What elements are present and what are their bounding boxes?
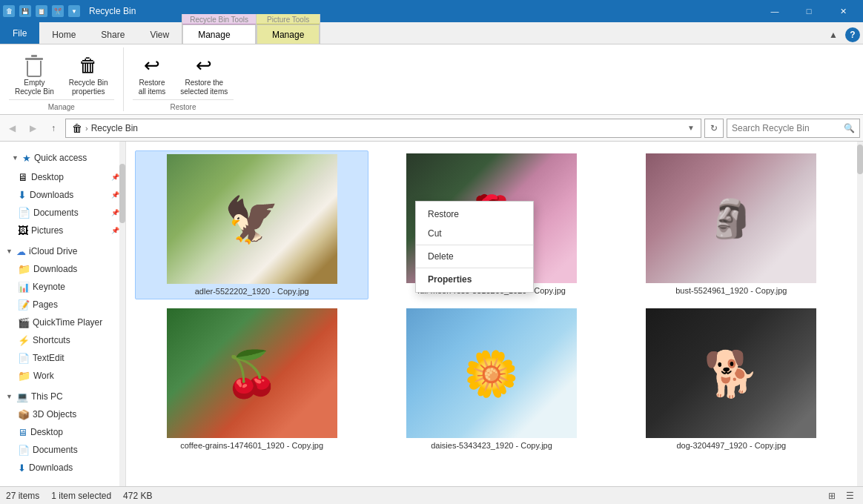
tab-home[interactable]: Home — [39, 24, 88, 44]
sidebar-scrollbar-track — [119, 142, 125, 486]
sidebar-item-downloads-quick[interactable]: ⬇ Downloads 📌 — [0, 186, 125, 204]
refresh-button[interactable]: ↻ — [704, 119, 724, 138]
downloads-folder-icon: ⬇ — [18, 189, 27, 201]
sidebar-item-icloud[interactable]: ▼ ☁ iCloud Drive — [0, 242, 125, 260]
sidebar-item-desktop-quick[interactable]: 🖥 Desktop 📌 — [0, 168, 125, 186]
search-icon: 🔍 — [844, 123, 855, 133]
sidebar-item-icloud-downloads[interactable]: 📁 Downloads — [0, 260, 125, 278]
manage-group-label: Manage — [9, 99, 114, 111]
sidebar-item-quicktime[interactable]: 🎬 QuickTime Player — [0, 314, 125, 331]
item-count: 27 items — [6, 491, 39, 501]
status-bar: 27 items 1 item selected 472 KB ⊞ ☰ — [0, 486, 863, 504]
content-scrollbar-track — [857, 142, 863, 486]
context-menu-cut[interactable]: Cut — [416, 224, 533, 243]
empty-bin-icon — [22, 53, 46, 77]
quick-access-dropdown[interactable]: ▼ — [68, 5, 80, 17]
bin-handle — [31, 55, 37, 57]
quick-access-icon1[interactable]: 💾 — [19, 5, 31, 17]
sidebar-item-pages[interactable]: 📝 Pages — [0, 296, 125, 314]
thumbnail-daisies[interactable]: daisies-5343423_1920 - Copy.jpg — [374, 305, 608, 453]
ribbon-expand-btn[interactable]: ▲ — [824, 26, 842, 44]
sidebar-item-this-pc[interactable]: ▼ 💻 This PC — [0, 388, 125, 405]
address-path: Recycle Bin — [91, 123, 138, 133]
ribbon-group-restore: ↩ Restore all items ↩ Restore the select… — [124, 47, 243, 111]
sidebar-item-shortcuts[interactable]: ⚡ Shortcuts — [0, 331, 125, 349]
sidebar-item-downloads-pc[interactable]: ⬇ Downloads — [0, 459, 125, 477]
ribbon-body: Empty Recycle Bin 🗑 Recycle Bin properti… — [0, 44, 863, 115]
work-label: Work — [33, 371, 54, 381]
shortcuts-label: Shortcuts — [33, 335, 70, 345]
dog-image — [646, 308, 816, 438]
titlebar: 🗑 💾 📋 ✂️ ▼ Recycle Bin — □ ✕ — [0, 0, 863, 22]
documents-pc-icon: 📄 — [18, 445, 30, 456]
icloud-label: iCloud Drive — [29, 246, 77, 256]
downloads-pin-icon: 📌 — [111, 191, 119, 199]
tab-file[interactable]: File — [0, 21, 39, 44]
properties-label: Properties — [428, 274, 472, 285]
thumbnail-busts[interactable]: bust-5524961_1920 - Copy.jpg — [615, 150, 848, 299]
sidebar-item-documents-pc[interactable]: 📄 Documents — [0, 441, 125, 459]
pictures-folder-icon: 🖼 — [18, 225, 28, 236]
context-menu-restore[interactable]: Restore — [416, 205, 533, 224]
folder-icon-small: 🗑 — [72, 122, 82, 134]
quick-access-icon2[interactable]: 📋 — [36, 5, 47, 17]
large-icons-view-button[interactable]: ⊞ — [824, 488, 839, 503]
empty-recycle-bin-button[interactable]: Empty Recycle Bin — [9, 50, 60, 99]
berries-label: coffee-grains-1474601_1920 - Copy.jpg — [180, 441, 323, 450]
restore-all-label: Restore all items — [139, 79, 166, 96]
restore-all-button[interactable]: ↩ Restore all items — [133, 50, 172, 99]
restore-label: Restore — [428, 209, 459, 219]
documents-pin-icon: 📌 — [111, 209, 119, 216]
restore-selected-button[interactable]: ↩ Restore the selected items — [174, 50, 234, 99]
address-box[interactable]: 🗑 › Recycle Bin ▼ — [65, 119, 701, 138]
tab-view[interactable]: View — [137, 24, 182, 44]
context-menu-delete[interactable]: Delete — [416, 247, 533, 266]
context-menu: Restore Cut Delete Properties — [415, 201, 534, 293]
sidebar-item-keynote[interactable]: 📊 Keynote — [0, 278, 125, 296]
sidebar-item-textedit[interactable]: 📄 TextEdit — [0, 349, 125, 367]
file-size: 472 KB — [123, 491, 152, 501]
tab-recycle-bin-tools[interactable]: Manage — [182, 24, 256, 44]
back-button[interactable]: ◀ — [3, 119, 21, 137]
keynote-icon: 📊 — [18, 282, 30, 293]
pictures-pin-icon: 📌 — [111, 227, 119, 234]
search-box: 🔍 — [727, 119, 860, 138]
sidebar-item-pictures-quick[interactable]: 🖼 Pictures 📌 — [0, 222, 125, 239]
sidebar-item-3dobjects[interactable]: 📦 3D Objects — [0, 405, 125, 423]
eagle-image — [167, 154, 337, 284]
delete-label: Delete — [428, 251, 454, 262]
minimize-button[interactable]: — — [758, 0, 792, 22]
context-menu-separator — [416, 245, 533, 245]
sidebar-item-documents-quick[interactable]: 📄 Documents 📌 — [0, 204, 125, 222]
forward-button[interactable]: ▶ — [24, 119, 42, 137]
thumbnail-berries[interactable]: coffee-grains-1474601_1920 - Copy.jpg — [135, 305, 368, 453]
this-pc-label: This PC — [31, 391, 63, 402]
keynote-label: Keynote — [33, 282, 65, 292]
address-dropdown-icon[interactable]: ▼ — [687, 124, 695, 132]
content-scrollbar-thumb[interactable] — [857, 145, 863, 174]
desktop-folder-icon: 🖥 — [18, 171, 28, 183]
thumbnail-dog[interactable]: dog-3204497_1920 - Copy.jpg — [615, 305, 848, 453]
maximize-button[interactable]: □ — [792, 0, 826, 22]
recycle-bin-properties-button[interactable]: 🗑 Recycle Bin properties — [63, 50, 114, 99]
sidebar-item-desktop-pc[interactable]: 🖥 Desktop — [0, 423, 125, 441]
help-btn[interactable]: ? — [845, 27, 860, 42]
close-button[interactable]: ✕ — [826, 0, 860, 22]
up-button[interactable]: ↑ — [44, 119, 62, 137]
thumbnail-eagle[interactable]: adler-5522202_1920 - Copy.jpg — [135, 150, 368, 299]
desktop-pc-label: Desktop — [30, 427, 63, 437]
pictures-label-quick: Pictures — [31, 225, 63, 236]
sidebar-item-quick-access[interactable]: ▼ ★ Quick access — [6, 149, 119, 167]
titlebar-left: 🗑 💾 📋 ✂️ ▼ Recycle Bin — [3, 5, 136, 17]
sidebar-item-work[interactable]: 📁 Work — [0, 367, 125, 385]
window-controls: — □ ✕ — [758, 0, 860, 22]
search-input[interactable] — [732, 123, 844, 133]
tab-share[interactable]: Share — [88, 24, 137, 44]
sidebar-scrollbar-thumb[interactable] — [119, 164, 125, 223]
details-view-button[interactable]: ☰ — [842, 488, 857, 503]
context-menu-properties[interactable]: Properties — [416, 270, 533, 289]
quick-access-icon3[interactable]: ✂️ — [52, 5, 64, 17]
pages-label: Pages — [33, 299, 58, 310]
tab-picture-tools[interactable]: Manage — [257, 24, 320, 44]
quick-access-section: ▼ ★ Quick access — [0, 145, 125, 168]
